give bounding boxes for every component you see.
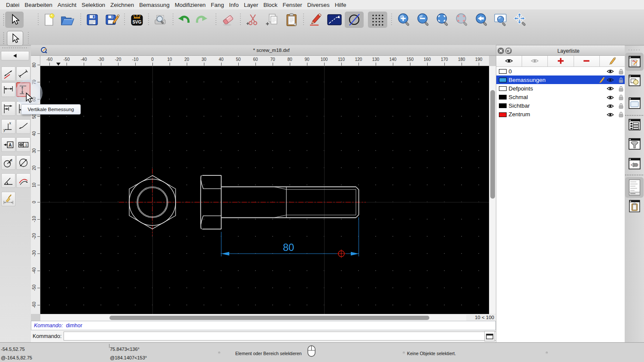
dim-baseline-button[interactable] <box>1 101 15 116</box>
layer-row[interactable]: Sichtbar <box>496 102 625 110</box>
menu-item[interactable]: Selektion <box>82 2 105 8</box>
dim-format-brush-button[interactable] <box>1 192 15 206</box>
canvas-vertical-scrollbar[interactable] <box>489 66 496 314</box>
zoom-in-button[interactable] <box>396 12 412 28</box>
pan-button[interactable] <box>513 12 528 28</box>
dim-tolerance-button[interactable]: .1 <box>16 137 30 152</box>
menu-item[interactable]: Diverses <box>307 2 330 8</box>
dim-label-button[interactable]: A <box>1 137 15 152</box>
restrict-off-button[interactable] <box>345 12 364 28</box>
dock-light-button[interactable] <box>628 157 641 169</box>
layer-visibility-eye-icon[interactable] <box>607 78 614 82</box>
layer-row[interactable]: Zentrum <box>496 110 625 119</box>
cut-button[interactable] <box>245 12 261 28</box>
dimension-toolbar-drag-handle[interactable] <box>2 47 28 48</box>
layer-row[interactable]: Schmal <box>496 93 625 102</box>
cad-toolbar-drag-handle[interactable] <box>3 32 4 45</box>
layer-visibility-eye-icon[interactable] <box>607 112 614 117</box>
menu-item[interactable]: Ansicht <box>58 2 76 8</box>
document-titlebar[interactable]: * screw_m18.dxf <box>31 45 496 56</box>
undo-button[interactable] <box>176 12 192 28</box>
save-as-button[interactable] <box>105 12 120 28</box>
draw-pencil-button[interactable] <box>307 12 323 28</box>
menu-item[interactable]: Fenster <box>283 2 302 8</box>
menu-item[interactable]: Info <box>229 2 239 8</box>
undock-icon[interactable] <box>505 48 512 54</box>
edit-layer-button[interactable] <box>600 56 625 67</box>
grid-toggle-button[interactable] <box>368 12 387 28</box>
selection-pointer-button[interactable] <box>5 12 24 28</box>
hide-all-layers-button[interactable] <box>522 56 548 67</box>
dim-angular-button[interactable] <box>1 173 15 188</box>
print-preview-button[interactable] <box>152 12 168 28</box>
close-icon[interactable] <box>498 48 504 54</box>
command-input[interactable] <box>64 332 513 341</box>
dock-property-editor-button[interactable] <box>628 55 641 67</box>
menu-item[interactable]: Datei <box>6 2 19 8</box>
menu-item[interactable]: Bemassung <box>139 2 170 8</box>
layer-row[interactable]: 0 <box>496 67 625 75</box>
cad-selection-pointer-button[interactable] <box>7 31 23 46</box>
dim-diametric-button[interactable] <box>16 155 30 170</box>
canvas-horizontal-scrollbar[interactable]: 10 < 100 <box>40 314 496 321</box>
layer-lock-icon[interactable] <box>618 77 624 83</box>
dim-arc-button[interactable] <box>16 173 30 188</box>
layer-lock-icon[interactable] <box>618 103 624 109</box>
h-ruler-label: 160 <box>419 57 436 62</box>
dim-horizontal-button[interactable] <box>1 82 15 97</box>
dock-command-line-button[interactable] <box>628 179 641 196</box>
paste-button[interactable] <box>284 12 299 28</box>
previous-view-button[interactable] <box>474 12 489 28</box>
copy-button[interactable] <box>264 12 280 28</box>
zoom-window-button[interactable] <box>493 12 509 28</box>
open-file-button[interactable] <box>60 12 75 28</box>
dim-radial-button[interactable]: R <box>1 155 15 170</box>
horizontal-scrollbar-thumb[interactable] <box>109 316 429 320</box>
layer-lock-icon[interactable] <box>618 86 624 92</box>
svg-export-button[interactable]: SVG <box>129 12 145 28</box>
menu-item[interactable]: Modifizieren <box>175 2 206 8</box>
dim-aligned-button[interactable] <box>1 66 15 81</box>
back-button[interactable] <box>1 51 29 60</box>
remove-layer-button[interactable] <box>574 56 600 67</box>
layer-panel-header[interactable]: Layerliste <box>496 46 625 56</box>
dock-view-window-button[interactable] <box>628 97 641 109</box>
auto-zoom-button[interactable] <box>435 12 450 28</box>
menu-item[interactable]: Fang <box>211 2 224 8</box>
dim-ordinate-button[interactable]: x y <box>1 119 15 134</box>
drawing-canvas[interactable]: 80 <box>40 66 489 314</box>
zoom-selection-button[interactable] <box>454 12 470 28</box>
dock-layer-list-button[interactable] <box>628 118 641 130</box>
vertical-scrollbar-thumb[interactable] <box>490 90 495 199</box>
layer-row[interactable]: Bemassungen <box>496 75 625 84</box>
save-button[interactable] <box>85 12 100 28</box>
dock-drag-handle[interactable] <box>628 49 641 51</box>
redo-button[interactable] <box>194 12 209 28</box>
menu-item[interactable]: Block <box>263 2 277 8</box>
dim-linear-button[interactable] <box>16 66 30 81</box>
layer-visibility-eye-icon[interactable] <box>607 104 614 109</box>
menu-item[interactable]: Bearbeiten <box>24 2 52 8</box>
toolbar-drag-handle[interactable] <box>3 13 4 26</box>
layer-row[interactable]: Defpoints <box>496 84 625 93</box>
menu-item[interactable]: Layer <box>244 2 258 8</box>
layer-lock-icon[interactable] <box>618 94 624 100</box>
menu-item[interactable]: Zeichnen <box>110 2 134 8</box>
zoom-out-button[interactable] <box>416 12 431 28</box>
dock-selection-filter-button[interactable] <box>628 74 641 86</box>
layer-visibility-eye-icon[interactable] <box>607 69 614 74</box>
layer-lock-icon[interactable] <box>618 112 624 118</box>
new-document-button[interactable] <box>41 12 57 28</box>
layer-lock-icon[interactable] <box>618 69 624 75</box>
delete-eraser-button[interactable] <box>220 12 236 28</box>
layer-visibility-eye-icon[interactable] <box>607 95 614 100</box>
add-layer-button[interactable] <box>548 56 574 67</box>
menu-item[interactable]: Hilfe <box>335 2 346 8</box>
command-keyboard-button[interactable] <box>484 331 495 341</box>
show-all-layers-button[interactable] <box>496 56 522 67</box>
measure-distance-button[interactable] <box>327 12 342 28</box>
layer-visibility-eye-icon[interactable] <box>607 86 614 91</box>
dock-filter-button[interactable] <box>628 138 641 150</box>
dock-clipboard-button[interactable] <box>628 200 641 212</box>
dim-leader-button[interactable] <box>16 119 30 134</box>
